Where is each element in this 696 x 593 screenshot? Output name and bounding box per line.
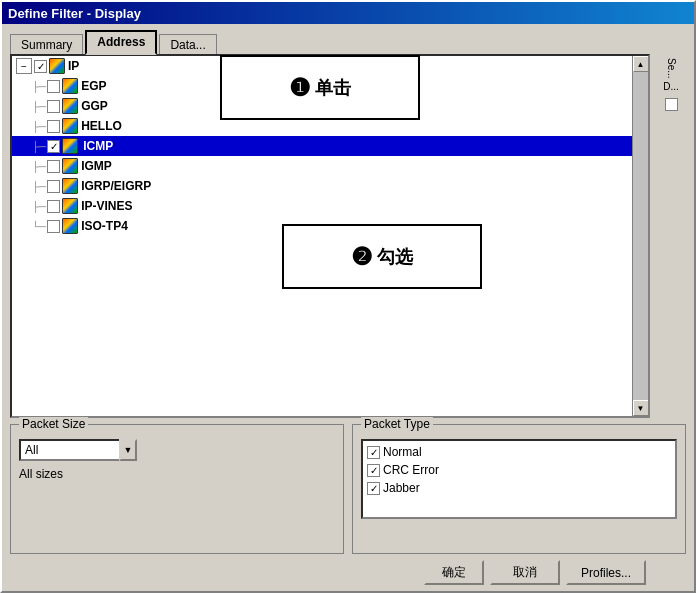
label-isotp4: ISO-TP4 [81,219,128,233]
pkt-checkbox-jabber[interactable]: ✓ [367,482,380,495]
ann2-number: ❷ [351,243,373,271]
scroll-track[interactable] [633,72,649,400]
checkbox-isotp4[interactable] [47,220,60,233]
checkbox-igrp[interactable] [47,180,60,193]
tree-node-igmp[interactable]: ├─ IGMP [12,156,632,176]
pkt-checkbox-crc[interactable]: ✓ [367,464,380,477]
pkt-checkbox-normal[interactable]: ✓ [367,446,380,459]
packet-item-normal[interactable]: ✓ Normal [367,443,671,461]
ann1-number: ❶ [289,74,311,102]
label-icmp: ICMP [81,139,115,153]
size-dropdown-btn[interactable]: ▼ [119,439,137,461]
label-ggp: GGP [81,99,108,113]
size-dropdown-input[interactable]: All [19,439,119,461]
expand-ip[interactable]: − [16,58,32,74]
label-ipvines: IP-VINES [81,199,132,213]
cancel-button[interactable]: 取消 [490,560,560,585]
checkbox-igmp[interactable] [47,160,60,173]
right-side-panel: Se... D... [656,54,686,418]
right-checkbox[interactable] [665,98,678,111]
pkt-label-normal: Normal [383,445,422,459]
profiles-button-label: Profiles... [581,566,631,580]
footer-buttons: ❸ 单击 确定 取消 Profiles... [10,560,686,585]
packet-type-label: Packet Type [361,417,433,431]
right-panel-label2: D... [663,81,679,92]
tab-address[interactable]: Address [85,30,157,55]
scroll-up-btn[interactable]: ▲ [633,56,649,72]
packet-item-jabber[interactable]: ✓ Jabber [367,479,671,497]
checkbox-ipvines[interactable] [47,200,60,213]
icon-ggp [62,98,78,114]
ok-button-label: 确定 [442,564,466,581]
icon-igrp [62,178,78,194]
checkbox-ggp[interactable] [47,100,60,113]
icon-egp [62,78,78,94]
icon-igmp [62,158,78,174]
packet-item-crc[interactable]: ✓ CRC Error [367,461,671,479]
scroll-down-btn[interactable]: ▼ [633,400,649,416]
ann2-text: 勾选 [377,245,413,269]
annotation-2: ❷ 勾选 [282,224,482,289]
label-igmp: IGMP [81,159,112,173]
tab-summary[interactable]: Summary [10,34,83,55]
label-igrp: IGRP/EIGRP [81,179,151,193]
title-bar: Define Filter - Display [2,2,694,24]
packet-type-list[interactable]: ✓ Normal ✓ CRC Error ✓ Jabb [361,439,677,519]
packet-type-group: Packet Type ✓ Normal ✓ CRC Error [352,424,686,554]
pkt-label-crc: CRC Error [383,463,439,477]
tabs-row: Summary Address Data... ❶ 单击 [10,30,686,55]
icon-icmp [62,138,78,154]
checkbox-hello[interactable] [47,120,60,133]
icon-hello [62,118,78,134]
tree-node-ipvines[interactable]: ├─ IP-VINES [12,196,632,216]
checkbox-ip[interactable]: ✓ [34,60,47,73]
label-hello: HELLO [81,119,122,133]
main-window: Define Filter - Display Summary Address … [0,0,696,593]
tab-address-label: Address [97,35,145,49]
ann1-text: 单击 [315,76,351,100]
label-egp: EGP [81,79,106,93]
packet-size-label: Packet Size [19,417,88,431]
tab-summary-label: Summary [21,38,72,52]
tree-node-igrp[interactable]: ├─ IGRP/EIGRP [12,176,632,196]
right-panel-label: Se... [666,58,677,79]
checkbox-egp[interactable] [47,80,60,93]
icon-ipvines [62,198,78,214]
content-area: Summary Address Data... ❶ 单击 [2,24,694,591]
tree-node-icmp[interactable]: ├─ ✓ ICMP [12,136,632,156]
icon-isotp4 [62,218,78,234]
profiles-button[interactable]: Profiles... [566,560,646,585]
packet-size-group: Packet Size All ▼ All sizes [10,424,344,554]
checkbox-icmp[interactable]: ✓ [47,140,60,153]
cancel-button-label: 取消 [513,564,537,581]
bottom-section: Packet Size All ▼ All sizes Packet Type … [10,424,686,554]
window-title: Define Filter - Display [8,6,141,21]
all-sizes-label: All sizes [19,467,335,481]
tree-scrollbar[interactable]: ▲ ▼ [632,56,648,416]
tab-data[interactable]: Data... [159,34,216,55]
ok-button[interactable]: 确定 [424,560,484,585]
annotation-1: ❶ 单击 [220,55,420,120]
pkt-label-jabber: Jabber [383,481,420,495]
icon-ip [49,58,65,74]
label-ip: IP [68,59,79,73]
size-dropdown-value: All [25,443,38,457]
tab-data-label: Data... [170,38,205,52]
size-dropdown-wrapper: All ▼ [19,439,335,461]
